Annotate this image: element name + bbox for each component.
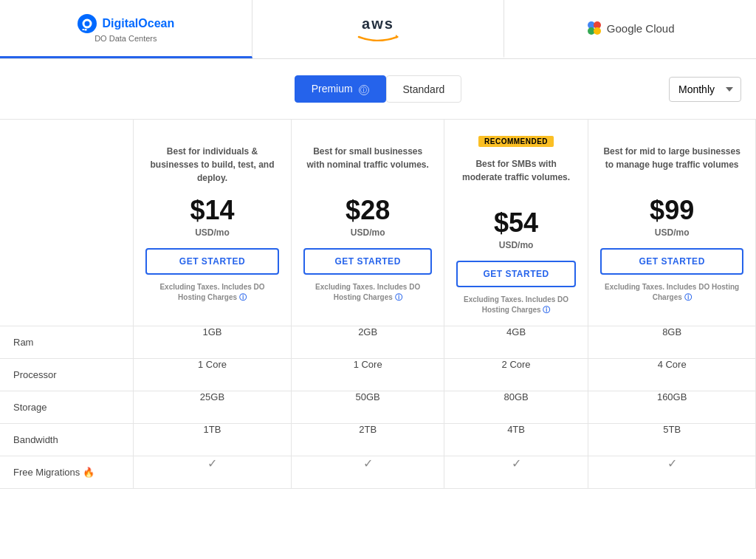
pricing-header-row: Best for individuals & businesses to bui… [0,120,756,326]
standard-plan-button[interactable]: Standard [386,75,462,103]
spec-value-2-1: 50GB [292,391,444,424]
spec-row-processor: Processor1 Core1 Core2 Core4 Core [0,359,756,391]
plan-col-2: Best for small businesses with nominal t… [292,120,444,326]
checkmark-icon: ✓ [363,457,373,470]
spec-value-3-0: 1TB [133,424,292,456]
plan-2-cta[interactable]: GET STARTED [303,248,431,275]
plan-3-unit: USD/mo [456,240,576,250]
plan-3-price: $54 [456,208,576,239]
plan-col-4: Best for mid to large businesses to mana… [588,120,756,326]
do-logo-icon [77,13,97,34]
checkmark-icon: ✓ [667,457,677,470]
plan-3-note-icon: ⓘ [543,306,550,314]
recommended-badge: RECOMMENDED [478,136,554,147]
plan-4-note-icon: ⓘ [684,293,692,301]
google-cloud-logo-icon [586,20,602,36]
plan-4-price: $99 [600,195,743,226]
plan-1-note: Excluding Taxes. Includes DO Hosting Cha… [145,282,280,303]
plan-1-price: $14 [145,195,280,226]
spec-value-1-0: 1 Core [133,359,292,391]
pricing-table: Best for individuals & businesses to bui… [0,119,756,489]
plan-3-cta[interactable]: GET STARTED [456,261,576,287]
spec-value-0-0: 1GB [133,326,292,359]
gc-brand-name: Google Cloud [607,22,675,35]
plan-1-desc: Best for individuals & businesses to bui… [145,145,280,185]
spec-value-1-1: 1 Core [292,359,444,391]
do-tab-subtitle: DO Data Centers [94,34,157,43]
spec-value-4-3: ✓ [588,456,756,489]
svg-point-0 [78,14,97,33]
spec-label-4: Free Migrations 🔥 [0,456,133,489]
spec-value-2-3: 160GB [588,391,756,424]
spec-value-2-2: 80GB [444,391,588,424]
plan-4-cta[interactable]: GET STARTED [600,248,743,275]
spec-value-1-3: 4 Core [588,359,756,391]
spec-value-0-3: 8GB [588,326,756,359]
spec-row-ram: Ram1GB2GB4GB8GB [0,326,756,359]
billing-period-select[interactable]: Monthly Annually [669,77,741,102]
aws-text: aws [362,16,394,32]
spec-value-0-2: 4GB [444,326,588,359]
spec-value-3-1: 2TB [292,424,444,456]
aws-logo: aws [356,16,400,41]
plan-3-desc: Best for SMBs with moderate traffic volu… [456,157,576,197]
spec-row-bandwidth: Bandwidth1TB2TB4TB5TB [0,424,756,456]
spec-value-4-1: ✓ [292,456,444,489]
plan-4-unit: USD/mo [600,227,743,238]
spec-label-0: Ram [0,326,133,359]
plan-1-note-icon: ⓘ [239,293,247,301]
svg-point-7 [594,27,601,35]
spec-label-2: Storage [0,391,133,424]
spec-label-3: Bandwidth [0,424,133,456]
billing-period-wrapper: Monthly Annually [669,77,741,102]
spec-value-3-3: 5TB [588,424,756,456]
spec-value-1-2: 2 Core [444,359,588,391]
plan-2-desc: Best for small businesses with nominal t… [303,145,431,185]
plan-1-cta[interactable]: GET STARTED [145,248,280,275]
spec-label-1: Processor [0,359,133,391]
premium-info-icon[interactable]: ⓘ [359,85,369,95]
checkmark-icon: ✓ [512,457,521,470]
plan-1-unit: USD/mo [145,227,280,238]
plan-4-note: Excluding Taxes. Includes DO Hosting Cha… [600,282,743,303]
svg-rect-2 [83,29,85,30]
controls-row: Premium ⓘ Standard Monthly Annually [0,59,756,119]
plan-toggle: Premium ⓘ Standard [295,75,462,103]
spec-value-4-2: ✓ [444,456,588,489]
svg-rect-1 [85,29,87,31]
plan-2-unit: USD/mo [303,227,431,238]
plan-2-note: Excluding Taxes. Includes DO Hosting Cha… [303,282,431,303]
spec-value-2-0: 25GB [133,391,292,424]
spec-row-storage: Storage25GB50GB80GB160GB [0,391,756,424]
plan-2-note-icon: ⓘ [395,293,402,301]
spec-label-header [0,120,133,326]
plan-4-desc: Best for mid to large businesses to mana… [600,145,743,185]
gc-logo: Google Cloud [586,20,675,36]
tab-digitalocean[interactable]: DigitalOcean DO Data Centers [0,0,252,58]
spec-row-free-migrations: Free Migrations 🔥✓✓✓✓ [0,456,756,489]
aws-smile-icon [356,32,400,41]
plan-3-note: Excluding Taxes. Includes DO Hosting Cha… [456,295,576,315]
plan-col-3: RECOMMENDED Best for SMBs with moderate … [444,120,588,326]
checkmark-icon: ✓ [207,457,217,470]
provider-tabs: DigitalOcean DO Data Centers aws [0,0,756,59]
spec-value-3-2: 4TB [444,424,588,456]
tab-aws[interactable]: aws [252,0,505,58]
do-brand-name: DigitalOcean [102,17,174,30]
spec-value-0-1: 2GB [292,326,444,359]
plan-2-price: $28 [303,195,431,226]
plan-col-1: Best for individuals & businesses to bui… [133,120,292,326]
tab-google-cloud[interactable]: Google Cloud [504,0,756,58]
spec-value-4-0: ✓ [133,456,292,489]
premium-plan-button[interactable]: Premium ⓘ [295,75,386,103]
